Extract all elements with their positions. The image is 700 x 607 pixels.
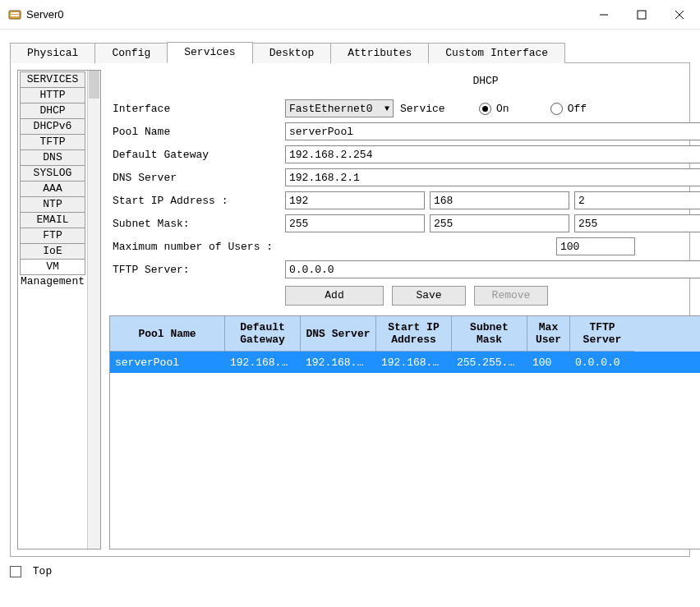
cell-subnet-mask: 255.255. xyxy=(452,352,527,373)
subnet-mask-octet-3[interactable] xyxy=(574,214,700,232)
cell-start-ip: 192.168. xyxy=(376,352,452,373)
cell-max-user: 100 xyxy=(527,352,570,373)
dhcp-form: Interface FastEthernet0 ▼ Service On xyxy=(109,97,700,306)
service-on-radio[interactable]: On xyxy=(479,103,509,115)
top-checkbox[interactable] xyxy=(10,566,21,577)
sidebar-item-dhcpv6[interactable]: DHCPv6 xyxy=(20,118,85,135)
sidebar-item-dhcp[interactable]: DHCP xyxy=(20,103,85,119)
window-body: Physical Config Services Desktop Attribu… xyxy=(0,30,700,560)
cell-default-gateway: 192.168. xyxy=(225,352,301,373)
maximize-button[interactable] xyxy=(623,2,661,27)
th-pool-name[interactable]: Pool Name xyxy=(110,316,225,352)
table-row[interactable]: serverPool 192.168. 192.168. 192.168. 25… xyxy=(110,352,700,373)
add-button[interactable]: Add xyxy=(285,286,384,306)
th-max-user[interactable]: Max User xyxy=(527,316,570,352)
dhcp-panel: DHCP Interface FastEthernet0 ▼ Service O… xyxy=(109,70,700,550)
page-title: DHCP xyxy=(109,70,700,97)
svg-rect-4 xyxy=(638,11,646,19)
sidebar-item-http[interactable]: HTTP xyxy=(20,87,85,103)
subnet-mask-octet-2[interactable] xyxy=(430,214,569,232)
sidebar-item-dns[interactable]: DNS xyxy=(20,149,85,166)
cell-tftp-server: 0.0.0.0 xyxy=(570,352,634,373)
sidebar-scrollbar[interactable] xyxy=(87,71,100,549)
table-header: Pool Name Default Gateway DNS Server Sta… xyxy=(110,316,700,352)
tab-desktop[interactable]: Desktop xyxy=(252,43,332,63)
start-ip-octet-2[interactable] xyxy=(430,191,569,209)
sidebar-item-vm-management[interactable]: VM Management xyxy=(20,259,85,275)
subnet-mask-octet-1[interactable] xyxy=(285,214,425,232)
default-gateway-input[interactable] xyxy=(285,145,700,163)
off-label: Off xyxy=(568,103,587,115)
th-start-ip[interactable]: Start IP Address xyxy=(376,316,452,352)
svg-rect-2 xyxy=(11,15,19,16)
titlebar: Server0 xyxy=(0,0,700,30)
sidebar-item-ioe[interactable]: IoE xyxy=(20,243,85,260)
svg-rect-1 xyxy=(11,12,19,14)
start-ip-octet-1[interactable] xyxy=(285,191,425,209)
default-gateway-label: Default Gateway xyxy=(113,149,285,161)
service-radio-group: On Off xyxy=(479,103,587,115)
radio-icon xyxy=(550,103,563,115)
pool-name-label: Pool Name xyxy=(113,126,285,138)
th-tftp-server[interactable]: TFTP Server xyxy=(570,316,634,352)
remove-button[interactable]: Remove xyxy=(474,286,548,306)
radio-icon xyxy=(479,103,491,115)
minimize-button[interactable] xyxy=(585,2,623,27)
on-label: On xyxy=(496,103,509,115)
max-users-input[interactable] xyxy=(556,237,635,255)
app-icon xyxy=(8,8,21,21)
tab-attributes[interactable]: Attributes xyxy=(330,43,429,63)
services-list: SERVICES HTTP DHCP DHCPv6 TFTP DNS SYSLO… xyxy=(18,71,87,549)
footer: Top xyxy=(0,560,700,581)
content-frame: SERVICES HTTP DHCP DHCPv6 TFTP DNS SYSLO… xyxy=(10,62,690,557)
interface-value: FastEthernet0 xyxy=(289,103,372,115)
cell-pool-name: serverPool xyxy=(110,352,225,373)
dns-server-input[interactable] xyxy=(285,168,700,186)
start-ip-octet-3[interactable] xyxy=(574,191,700,209)
close-button[interactable] xyxy=(661,2,698,27)
start-ip-label: Start IP Address : xyxy=(113,195,285,207)
tab-bar: Physical Config Services Desktop Attribu… xyxy=(10,41,690,62)
th-subnet-mask[interactable]: Subnet Mask xyxy=(452,316,527,352)
tab-config[interactable]: Config xyxy=(94,43,168,63)
sidebar-scrollbar-thumb[interactable] xyxy=(89,71,99,99)
cell-dns-server: 192.168. xyxy=(301,352,376,373)
tab-custom-interface[interactable]: Custom Interface xyxy=(428,43,565,63)
tab-services[interactable]: Services xyxy=(167,42,252,63)
window-title: Server0 xyxy=(26,8,64,21)
dns-server-label: DNS Server xyxy=(113,172,285,184)
sidebar-item-email[interactable]: EMAIL xyxy=(20,212,85,228)
tab-physical[interactable]: Physical xyxy=(10,43,95,63)
tftp-server-input[interactable] xyxy=(285,260,700,278)
chevron-down-icon: ▼ xyxy=(385,104,389,113)
interface-select[interactable]: FastEthernet0 ▼ xyxy=(285,99,394,117)
sidebar-item-services[interactable]: SERVICES xyxy=(20,71,85,88)
sidebar-item-ntp[interactable]: NTP xyxy=(20,196,85,213)
subnet-mask-label: Subnet Mask: xyxy=(113,218,285,230)
th-default-gateway[interactable]: Default Gateway xyxy=(225,316,301,352)
tftp-server-label: TFTP Server: xyxy=(113,264,285,276)
max-users-label: Maximum number of Users : xyxy=(113,241,556,253)
sidebar-item-aaa[interactable]: AAA xyxy=(20,181,85,197)
top-label: Top xyxy=(33,565,52,577)
sidebar-item-syslog[interactable]: SYSLOG xyxy=(20,165,85,182)
service-off-radio[interactable]: Off xyxy=(550,103,587,115)
sidebar-item-tftp[interactable]: TFTP xyxy=(20,134,85,150)
services-sidebar: SERVICES HTTP DHCP DHCPv6 TFTP DNS SYSLO… xyxy=(17,70,101,550)
sidebar-item-ftp[interactable]: FTP xyxy=(20,228,85,244)
pool-name-input[interactable] xyxy=(285,122,700,140)
interface-label: Interface xyxy=(113,103,285,115)
th-dns-server[interactable]: DNS Server xyxy=(301,316,376,352)
service-label: Service xyxy=(400,103,458,115)
pool-table: Pool Name Default Gateway DNS Server Sta… xyxy=(109,315,700,550)
save-button[interactable]: Save xyxy=(392,286,466,306)
